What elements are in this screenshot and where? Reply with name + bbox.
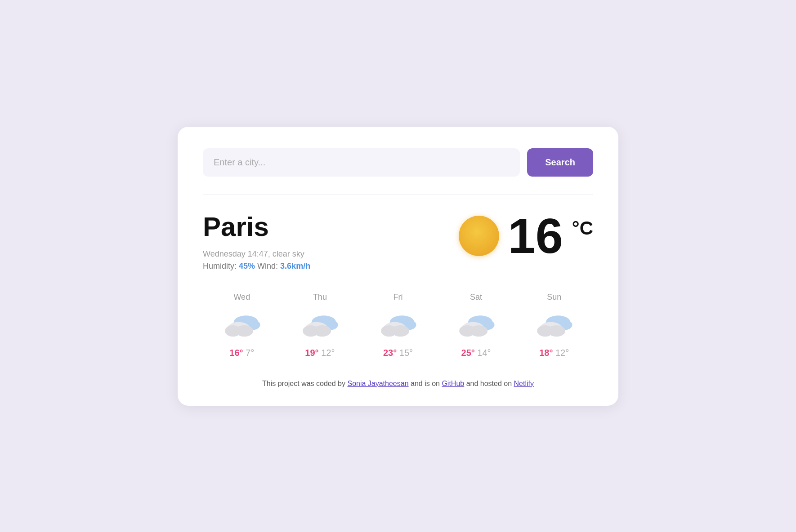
github-link[interactable]: GitHub <box>442 380 464 387</box>
day-temps: 23° 15° <box>383 348 413 358</box>
humidity-label: Humidity: <box>203 262 237 270</box>
forecast-day: Thu19° 12° <box>300 293 340 358</box>
temp-low: 15° <box>399 348 413 358</box>
weather-stats: Humidity: 45% Wind: 3.6km/h <box>203 262 310 271</box>
forecast-day: Fri23° 15° <box>378 293 418 358</box>
footer-text-middle: and is on <box>411 380 442 387</box>
search-button[interactable]: Search <box>527 148 593 177</box>
svg-point-17 <box>392 325 410 336</box>
search-input[interactable] <box>203 148 520 177</box>
day-temps: 25° 14° <box>461 348 491 358</box>
city-name: Paris <box>203 211 310 242</box>
author-link[interactable]: Sonia Jayatheesan <box>347 380 408 387</box>
temp-high: 19° <box>305 348 321 358</box>
svg-point-11 <box>313 325 331 336</box>
wind-value: 3.6km/h <box>280 262 310 270</box>
temp-high: 23° <box>383 348 399 358</box>
day-temps: 19° 12° <box>305 348 335 358</box>
day-label: Wed <box>233 293 250 302</box>
footer-text-before: This project was coded by <box>262 380 345 387</box>
temperature-value: 16 <box>508 211 563 261</box>
temp-high: 16° <box>229 348 246 358</box>
cloud-icon <box>222 309 262 341</box>
temp-high: 18° <box>539 348 555 358</box>
footer: This project was coded by Sonia Jayathee… <box>203 380 593 388</box>
day-temps: 18° 12° <box>539 348 569 358</box>
temp-low: 12° <box>555 348 569 358</box>
forecast-row: Wed16° 7°Thu19° 12°Fri23° 15°Sat25° 14°S… <box>203 293 593 358</box>
day-label: Sun <box>547 293 561 302</box>
netlify-link[interactable]: Netlify <box>514 380 534 387</box>
temp-low: 14° <box>477 348 491 358</box>
svg-point-5 <box>235 325 253 336</box>
sun-icon <box>459 216 499 256</box>
weather-card: Search Paris Wednesday 14:47, clear sky … <box>178 127 618 406</box>
cloud-icon <box>378 309 418 341</box>
footer-text-after: and hosted on <box>466 380 514 387</box>
search-row: Search <box>203 148 593 177</box>
cloud-icon <box>456 309 496 341</box>
svg-point-23 <box>470 325 487 336</box>
day-label: Fri <box>393 293 402 302</box>
forecast-day: Sat25° 14° <box>456 293 496 358</box>
temp-high: 25° <box>461 348 478 358</box>
temp-low: 7° <box>246 348 254 358</box>
temperature-display: 16 °C <box>459 211 594 261</box>
day-label: Sat <box>470 293 482 302</box>
current-weather-section: Paris Wednesday 14:47, clear sky Humidit… <box>203 211 593 271</box>
forecast-day: Sun18° 12° <box>534 293 574 358</box>
svg-point-29 <box>548 325 566 336</box>
day-temps: 16° 7° <box>229 348 254 358</box>
city-info: Paris Wednesday 14:47, clear sky Humidit… <box>203 211 310 271</box>
divider <box>203 195 593 195</box>
forecast-day: Wed16° 7° <box>222 293 262 358</box>
temp-low: 12° <box>321 348 335 358</box>
wind-label: Wind: <box>257 262 280 270</box>
humidity-value: 45% <box>239 262 255 270</box>
weather-description: Wednesday 14:47, clear sky <box>203 249 310 259</box>
cloud-icon <box>534 309 574 341</box>
temperature-unit: °C <box>572 217 593 239</box>
day-label: Thu <box>313 293 327 302</box>
cloud-icon <box>300 309 340 341</box>
